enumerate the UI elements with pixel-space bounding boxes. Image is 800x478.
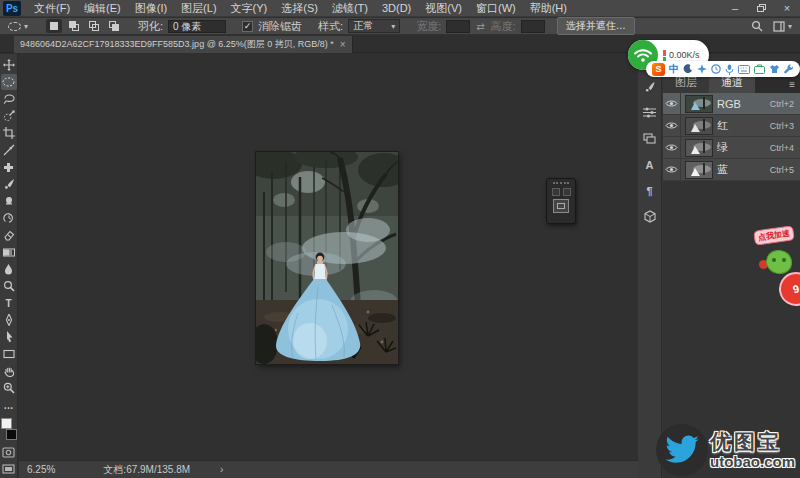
mini-panel-cell[interactable]: [552, 188, 560, 196]
3d-panel-button[interactable]: [640, 208, 660, 225]
menu-window[interactable]: 窗口(W): [469, 0, 523, 17]
tool-eraser[interactable]: [1, 227, 17, 243]
tool-history-brush[interactable]: [1, 210, 17, 226]
workspace-switcher[interactable]: ▾: [773, 21, 792, 32]
adjustments-panel-button[interactable]: [640, 104, 660, 121]
floating-mini-panel[interactable]: [546, 178, 576, 224]
channel-row-rgb[interactable]: RGB Ctrl+2: [663, 93, 800, 115]
menu-help[interactable]: 帮助(H): [523, 0, 574, 17]
tool-quick-selection[interactable]: [1, 108, 17, 124]
document-tab[interactable]: 9486064D2A62CF17918333ED9FF585D3.jpg @ 6…: [14, 36, 353, 53]
menu-view[interactable]: 视图(V): [418, 0, 469, 17]
foreground-color-swatch[interactable]: [1, 418, 12, 429]
background-color-swatch[interactable]: [6, 429, 17, 440]
close-tab-icon[interactable]: ×: [340, 39, 346, 50]
menu-3d[interactable]: 3D(D): [375, 0, 418, 17]
accelerator-bubble-text[interactable]: 点我加速: [753, 225, 795, 245]
menu-layer[interactable]: 图层(L): [174, 0, 223, 17]
antialias-checkbox[interactable]: ✓: [242, 21, 253, 32]
mini-panel-thumbnail[interactable]: [553, 199, 569, 213]
tool-crop[interactable]: [1, 125, 17, 141]
sogou-input-toolbar[interactable]: S 中: [646, 61, 800, 77]
panel-menu-icon[interactable]: ≡: [784, 79, 800, 93]
tool-pen[interactable]: [1, 312, 17, 328]
add-selection-button[interactable]: [66, 19, 82, 33]
feather-input[interactable]: 0 像素: [168, 20, 226, 33]
tool-shape[interactable]: [1, 346, 17, 362]
tool-brush[interactable]: [1, 176, 17, 192]
tool-lasso[interactable]: [1, 91, 17, 107]
minimize-button[interactable]: –: [722, 0, 748, 17]
tool-elliptical-marquee[interactable]: [1, 74, 17, 90]
tool-edit-toolbar[interactable]: …: [1, 397, 17, 413]
options-right-icons: ▾: [751, 20, 792, 32]
healing-brush-icon: [3, 162, 14, 173]
tool-zoom[interactable]: [1, 380, 17, 396]
restore-button[interactable]: [748, 0, 774, 17]
paragraph-panel-button[interactable]: ¶: [640, 182, 660, 199]
channel-row-red[interactable]: 红 Ctrl+3: [663, 115, 800, 137]
canvas-area[interactable]: [19, 54, 638, 460]
visibility-toggle[interactable]: [663, 137, 681, 158]
skin-sparkle-icon[interactable]: [697, 64, 707, 74]
drag-handle-icon[interactable]: [553, 182, 569, 185]
status-options-chevron-icon[interactable]: ›: [220, 464, 223, 475]
sogou-logo-icon[interactable]: S: [652, 63, 665, 76]
style-dropdown[interactable]: 正常 ▾: [348, 19, 400, 33]
subtract-selection-button[interactable]: [86, 19, 102, 33]
tool-type[interactable]: T: [1, 295, 17, 311]
quick-mask-button[interactable]: [1, 444, 17, 460]
restore-icon: [757, 4, 766, 12]
tool-move[interactable]: [1, 57, 17, 73]
select-and-mask-button[interactable]: 选择并遮住…: [557, 17, 635, 35]
wrench-icon[interactable]: [784, 64, 794, 74]
brush-presets-panel-button[interactable]: [640, 78, 660, 95]
visibility-toggle[interactable]: [663, 93, 681, 114]
visibility-toggle[interactable]: [663, 159, 681, 180]
tool-path-select[interactable]: [1, 329, 17, 345]
tool-hand[interactable]: [1, 363, 17, 379]
zoom-level-field[interactable]: 6.25%: [27, 464, 55, 475]
game-accelerator-widget[interactable]: 点我加速 9: [754, 228, 800, 320]
night-mode-icon[interactable]: [683, 64, 693, 74]
tool-dodge[interactable]: [1, 278, 17, 294]
keyboard-icon[interactable]: [738, 65, 750, 74]
new-selection-button[interactable]: [46, 19, 62, 33]
character-panel-button[interactable]: A: [640, 156, 660, 173]
tool-preset-picker[interactable]: ▾: [8, 22, 28, 31]
color-swatches[interactable]: [1, 418, 17, 440]
tool-gradient[interactable]: [1, 244, 17, 260]
mini-panel-cell[interactable]: [563, 188, 571, 196]
mascot-icon[interactable]: [766, 250, 792, 274]
visibility-toggle[interactable]: [663, 115, 681, 136]
rectangle-shape-icon: [3, 349, 15, 359]
toolbox-icon[interactable]: [754, 64, 765, 74]
input-mode-indicator[interactable]: 中: [669, 62, 679, 76]
screen-mode-button[interactable]: [1, 461, 17, 477]
close-button[interactable]: ×: [774, 0, 800, 17]
tool-spot-healing[interactable]: [1, 159, 17, 175]
accelerator-badge[interactable]: 9: [775, 268, 800, 309]
clock-icon[interactable]: [711, 64, 721, 74]
menu-type[interactable]: 文字(Y): [224, 0, 275, 17]
options-bar: ▾ 羽化: 0 像素 ✓ 消除锯齿 样式: 正常 ▾ 宽度: ⇄ 高度: 选择并…: [0, 18, 800, 35]
menu-edit[interactable]: 编辑(E): [77, 0, 128, 17]
menu-file[interactable]: 文件(F): [27, 0, 77, 17]
skin-shirt-icon[interactable]: [769, 64, 780, 74]
channel-row-green[interactable]: 绿 Ctrl+4: [663, 137, 800, 159]
menu-select[interactable]: 选择(S): [274, 0, 325, 17]
tool-blur[interactable]: [1, 261, 17, 277]
swap-dimensions-icon[interactable]: ⇄: [476, 21, 484, 32]
lasso-icon: [3, 93, 15, 105]
intersect-selection-button[interactable]: [106, 19, 122, 33]
menu-image[interactable]: 图像(I): [128, 0, 174, 17]
microphone-icon[interactable]: [725, 64, 734, 75]
clone-source-panel-button[interactable]: [640, 130, 660, 147]
tool-clone-stamp[interactable]: [1, 193, 17, 209]
search-icon[interactable]: [751, 20, 763, 32]
tool-eyedropper[interactable]: [1, 142, 17, 158]
watermark-chinese: 优图宝: [710, 431, 795, 452]
channel-row-blue[interactable]: 蓝 Ctrl+5: [663, 159, 800, 181]
menu-filter[interactable]: 滤镜(T): [325, 0, 375, 17]
photo-woman-blue-dress-forest[interactable]: [256, 152, 398, 364]
